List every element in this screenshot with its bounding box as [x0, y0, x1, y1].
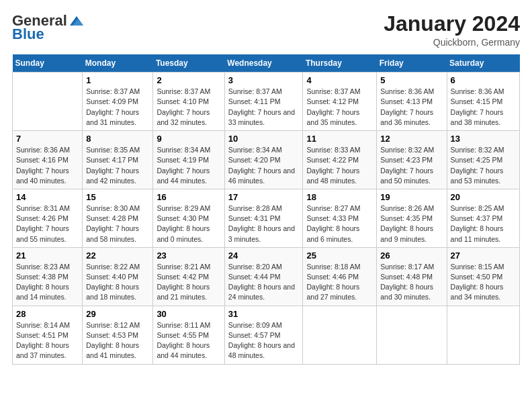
day-number: 7 — [16, 134, 79, 144]
day-info: Sunrise: 8:34 AMSunset: 4:20 PMDaylight:… — [228, 145, 300, 186]
day-number: 19 — [380, 192, 443, 202]
day-number: 26 — [380, 250, 443, 261]
day-info: Sunrise: 8:11 AMSunset: 4:55 PMDaylight:… — [157, 320, 220, 361]
day-info: Sunrise: 8:22 AMSunset: 4:40 PMDaylight:… — [86, 262, 149, 303]
calendar-cell: 30 Sunrise: 8:11 AMSunset: 4:55 PMDaylig… — [153, 306, 224, 364]
day-number: 18 — [306, 192, 373, 202]
day-number: 20 — [451, 192, 516, 202]
calendar-cell: 26 Sunrise: 8:17 AMSunset: 4:48 PMDaylig… — [377, 247, 447, 306]
day-number: 27 — [451, 250, 516, 261]
day-number: 3 — [228, 75, 300, 85]
calendar-cell: 31 Sunrise: 8:09 AMSunset: 4:57 PMDaylig… — [224, 306, 303, 364]
day-number: 10 — [228, 134, 300, 144]
day-number: 17 — [228, 192, 300, 202]
day-info: Sunrise: 8:34 AMSunset: 4:19 PMDaylight:… — [157, 145, 220, 186]
subtitle: Quickborn, Germany — [384, 37, 520, 48]
calendar-week-row: 21 Sunrise: 8:23 AMSunset: 4:38 PMDaylig… — [13, 247, 520, 306]
calendar-cell: 19 Sunrise: 8:26 AMSunset: 4:35 PMDaylig… — [377, 189, 447, 247]
day-number: 16 — [157, 192, 220, 202]
main-title: January 2024 — [384, 12, 520, 36]
day-number: 30 — [157, 309, 220, 319]
day-number: 9 — [157, 134, 220, 144]
day-number: 21 — [16, 250, 79, 261]
day-info: Sunrise: 8:37 AMSunset: 4:12 PMDaylight:… — [306, 87, 373, 128]
day-info: Sunrise: 8:37 AMSunset: 4:09 PMDaylight:… — [86, 87, 149, 128]
day-info: Sunrise: 8:23 AMSunset: 4:38 PMDaylight:… — [16, 262, 79, 303]
day-number: 2 — [157, 75, 220, 85]
day-number: 11 — [306, 134, 373, 144]
day-number: 31 — [228, 309, 300, 319]
day-info: Sunrise: 8:36 AMSunset: 4:15 PMDaylight:… — [451, 87, 516, 128]
calendar-cell: 17 Sunrise: 8:28 AMSunset: 4:31 PMDaylig… — [224, 189, 303, 247]
calendar-cell: 18 Sunrise: 8:27 AMSunset: 4:33 PMDaylig… — [303, 189, 377, 247]
calendar-cell: 24 Sunrise: 8:20 AMSunset: 4:44 PMDaylig… — [224, 247, 303, 306]
day-info: Sunrise: 8:32 AMSunset: 4:23 PMDaylight:… — [380, 145, 443, 186]
calendar-cell: 1 Sunrise: 8:37 AMSunset: 4:09 PMDayligh… — [83, 73, 153, 131]
col-wednesday: Wednesday — [224, 54, 303, 73]
page: General Blue January 2024 Quickborn, Ger… — [0, 0, 532, 411]
day-info: Sunrise: 8:25 AMSunset: 4:37 PMDaylight:… — [451, 203, 516, 244]
day-info: Sunrise: 8:36 AMSunset: 4:16 PMDaylight:… — [16, 145, 79, 186]
calendar-week-row: 14 Sunrise: 8:31 AMSunset: 4:26 PMDaylig… — [13, 189, 520, 247]
day-number: 6 — [451, 75, 516, 85]
day-info: Sunrise: 8:09 AMSunset: 4:57 PMDaylight:… — [228, 320, 300, 361]
calendar-cell: 20 Sunrise: 8:25 AMSunset: 4:37 PMDaylig… — [447, 189, 519, 247]
day-number: 15 — [86, 192, 149, 202]
day-info: Sunrise: 8:31 AMSunset: 4:26 PMDaylight:… — [16, 203, 79, 244]
day-info: Sunrise: 8:35 AMSunset: 4:17 PMDaylight:… — [86, 145, 149, 186]
col-tuesday: Tuesday — [153, 54, 224, 73]
day-info: Sunrise: 8:21 AMSunset: 4:42 PMDaylight:… — [157, 262, 220, 303]
calendar-cell: 13 Sunrise: 8:32 AMSunset: 4:25 PMDaylig… — [447, 131, 519, 189]
calendar-week-row: 1 Sunrise: 8:37 AMSunset: 4:09 PMDayligh… — [13, 73, 520, 131]
calendar-cell: 25 Sunrise: 8:18 AMSunset: 4:46 PMDaylig… — [303, 247, 377, 306]
calendar-cell: 5 Sunrise: 8:36 AMSunset: 4:13 PMDayligh… — [377, 73, 447, 131]
logo-blue-text: Blue — [12, 26, 44, 43]
col-monday: Monday — [83, 54, 153, 73]
day-info: Sunrise: 8:27 AMSunset: 4:33 PMDaylight:… — [306, 203, 373, 244]
col-friday: Friday — [377, 54, 447, 73]
calendar-cell — [447, 306, 519, 364]
day-number: 23 — [157, 250, 220, 261]
day-number: 13 — [451, 134, 516, 144]
calendar-cell — [303, 306, 377, 364]
calendar-cell: 2 Sunrise: 8:37 AMSunset: 4:10 PMDayligh… — [153, 73, 224, 131]
calendar-cell: 10 Sunrise: 8:34 AMSunset: 4:20 PMDaylig… — [224, 131, 303, 189]
calendar-cell: 28 Sunrise: 8:14 AMSunset: 4:51 PMDaylig… — [13, 306, 83, 364]
day-number: 14 — [16, 192, 79, 202]
calendar-cell — [13, 73, 83, 131]
day-info: Sunrise: 8:20 AMSunset: 4:44 PMDaylight:… — [228, 262, 300, 303]
day-info: Sunrise: 8:32 AMSunset: 4:25 PMDaylight:… — [451, 145, 516, 186]
calendar-cell: 14 Sunrise: 8:31 AMSunset: 4:26 PMDaylig… — [13, 189, 83, 247]
calendar-cell: 4 Sunrise: 8:37 AMSunset: 4:12 PMDayligh… — [303, 73, 377, 131]
day-info: Sunrise: 8:29 AMSunset: 4:30 PMDaylight:… — [157, 203, 220, 244]
calendar-cell: 29 Sunrise: 8:12 AMSunset: 4:53 PMDaylig… — [83, 306, 153, 364]
calendar-cell: 27 Sunrise: 8:15 AMSunset: 4:50 PMDaylig… — [447, 247, 519, 306]
day-number: 8 — [86, 134, 149, 144]
logo-icon — [69, 13, 83, 28]
day-number: 4 — [306, 75, 373, 85]
col-thursday: Thursday — [303, 54, 377, 73]
day-number: 22 — [86, 250, 149, 261]
day-info: Sunrise: 8:26 AMSunset: 4:35 PMDaylight:… — [380, 203, 443, 244]
calendar-cell: 6 Sunrise: 8:36 AMSunset: 4:15 PMDayligh… — [447, 73, 519, 131]
day-number: 28 — [16, 309, 79, 319]
calendar-week-row: 28 Sunrise: 8:14 AMSunset: 4:51 PMDaylig… — [13, 306, 520, 364]
calendar-cell: 22 Sunrise: 8:22 AMSunset: 4:40 PMDaylig… — [83, 247, 153, 306]
day-info: Sunrise: 8:36 AMSunset: 4:13 PMDaylight:… — [380, 87, 443, 128]
day-info: Sunrise: 8:28 AMSunset: 4:31 PMDaylight:… — [228, 203, 300, 244]
calendar-cell: 3 Sunrise: 8:37 AMSunset: 4:11 PMDayligh… — [224, 73, 303, 131]
header-row: Sunday Monday Tuesday Wednesday Thursday… — [13, 54, 520, 73]
logo: General Blue — [12, 12, 83, 43]
calendar-week-row: 7 Sunrise: 8:36 AMSunset: 4:16 PMDayligh… — [13, 131, 520, 189]
calendar-cell: 7 Sunrise: 8:36 AMSunset: 4:16 PMDayligh… — [13, 131, 83, 189]
day-info: Sunrise: 8:15 AMSunset: 4:50 PMDaylight:… — [451, 262, 516, 303]
title-block: January 2024 Quickborn, Germany — [384, 12, 520, 48]
calendar-cell: 23 Sunrise: 8:21 AMSunset: 4:42 PMDaylig… — [153, 247, 224, 306]
day-info: Sunrise: 8:17 AMSunset: 4:48 PMDaylight:… — [380, 262, 443, 303]
col-sunday: Sunday — [13, 54, 83, 73]
day-info: Sunrise: 8:18 AMSunset: 4:46 PMDaylight:… — [306, 262, 373, 303]
day-number: 5 — [380, 75, 443, 85]
calendar-cell: 8 Sunrise: 8:35 AMSunset: 4:17 PMDayligh… — [83, 131, 153, 189]
col-saturday: Saturday — [447, 54, 519, 73]
calendar-cell: 11 Sunrise: 8:33 AMSunset: 4:22 PMDaylig… — [303, 131, 377, 189]
